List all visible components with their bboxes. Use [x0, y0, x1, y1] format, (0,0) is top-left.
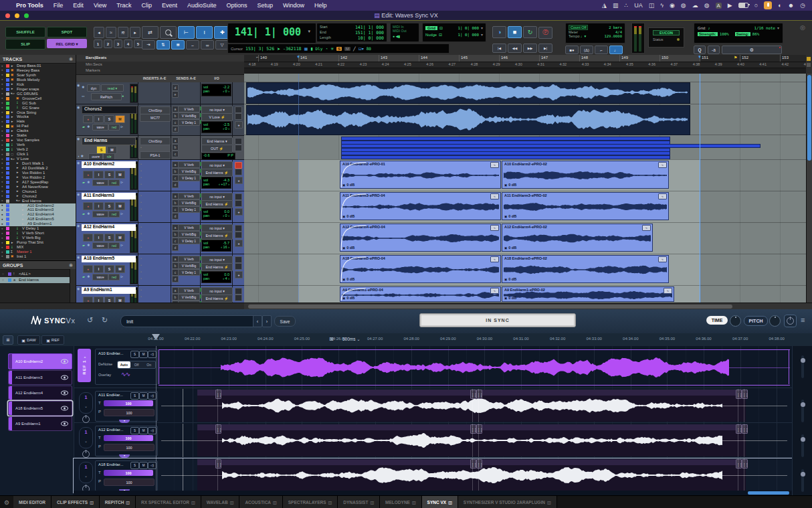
zoom-preset-1[interactable]: 1 [94, 39, 102, 48]
lane-group-selector[interactable]: 1⌄ [79, 392, 93, 414]
empty-insert-dot[interactable]: • [140, 214, 142, 218]
go-to-end-button[interactable]: ▶| [538, 44, 552, 53]
plugin-time-10[interactable]: 04:31.00 [513, 337, 528, 341]
send-chip[interactable]: V Verb [178, 224, 200, 231]
loop-playback-button[interactable]: ∞ [201, 40, 214, 50]
empty-insert-dot[interactable]: • [140, 193, 142, 197]
settings-dropdown[interactable]: ⚙ [722, 46, 782, 54]
sidebar-track-deep-bass-01[interactable]: ●►Deep Bass.01 [0, 64, 76, 68]
bar-label-141[interactable]: 141 [300, 56, 307, 60]
send-slot[interactable]: c [172, 151, 179, 157]
bottom-tab-dynassist[interactable]: DYNASSIST◫ [338, 496, 380, 508]
sidebar-track-wocka[interactable]: ●►Wocka [0, 114, 76, 119]
time-label-4-32[interactable]: 4:32 [559, 62, 567, 66]
clip-gain-badge[interactable]: ▣0 dB [504, 296, 516, 300]
plugin-sidebar-track-a12-endharm4[interactable]: A12 EndHarm4 [8, 386, 72, 400]
plugin-time-12[interactable]: 04:33.00 [587, 337, 602, 341]
menu-item-view[interactable]: View [94, 2, 106, 9]
bar-label-150[interactable]: 150 [662, 56, 668, 60]
sync-handle-mid-1[interactable]: ⋮⋮ [470, 459, 476, 469]
mute-button[interactable]: M [115, 202, 125, 210]
mute-button[interactable]: M [115, 171, 125, 179]
time-label-4-31[interactable]: 4:31 [537, 62, 544, 66]
send-chip[interactable]: V Delay 1 [178, 119, 200, 126]
send-chip[interactable]: V VerbBig [178, 199, 200, 206]
freeze-icon[interactable]: ⊳ [120, 243, 123, 247]
selector-tool[interactable]: I [196, 26, 213, 39]
sync-handle-left[interactable]: ⋮⋮ [215, 424, 221, 434]
card-expand-tab[interactable]: ▾ [119, 454, 130, 458]
preset-name[interactable]: Init [126, 319, 133, 325]
group-item--all-[interactable]: ○!<ALL> [0, 271, 70, 277]
time-label-4-34[interactable]: 4:34 [604, 62, 611, 66]
bottom-tab-synthesizer-v-studio-2araplugin[interactable]: SYNTHESIZER V STUDIO 2ARAPLUGIN◫ [458, 496, 557, 508]
insertion-button[interactable]: ▽ [215, 40, 229, 50]
sidebar-track-v-verb-big[interactable]: ●↧V Verb Big [0, 236, 76, 240]
menu-item-pro-tools[interactable]: Pro Tools [16, 2, 43, 9]
sidebar-track-v-verb-short[interactable]: ●↧V Verb Short [0, 231, 76, 236]
output-path-chip[interactable]: End Harms ⚡ [201, 232, 233, 240]
main-counter-lcd[interactable]: 141| 1| 000 ▾ [227, 23, 316, 44]
playback-icon[interactable]: ▶ [728, 2, 732, 9]
timeline-ruler[interactable]: 1401411421431441451461471481491501511521… [244, 55, 806, 74]
app-icon-1[interactable]: ◮ [602, 2, 607, 9]
track-collapse-icon[interactable]: ◉ [77, 161, 80, 165]
app-icon-2[interactable]: ▥ [613, 2, 619, 9]
screen-icon[interactable]: ◐ [778, 2, 781, 9]
quantize-button[interactable]: Q [694, 46, 706, 54]
pitch-toggle[interactable]: PITCH [744, 316, 768, 326]
insert-chip[interactable]: ChnlStrp [140, 137, 171, 145]
nudge-dropdown-icon[interactable]: ▾ [481, 32, 483, 37]
lane-group-selector[interactable]: 1⌄ [79, 462, 93, 483]
time-toggle[interactable]: TIME [706, 316, 728, 325]
sidebar-track-vox-riddim-2[interactable]: ●►Vox Riddim 2 [0, 175, 76, 180]
output-path-chip[interactable]: V Love ⚡ [201, 113, 233, 121]
zoom-preset-4[interactable]: 4 [124, 39, 132, 48]
plugin-time-4[interactable]: 04:25.00 [294, 337, 310, 341]
fast-forward-button[interactable]: ▶▶ [523, 44, 537, 53]
plugin-time-8[interactable]: 04:29.00 [440, 337, 455, 341]
nudge-label[interactable]: Nudge [425, 33, 437, 37]
volume-pan-lcd[interactable]: vol-5.7pan‹ 16 › [201, 240, 231, 252]
strength-label[interactable]: Strength: [698, 32, 718, 36]
empty-insert-dot[interactable]: • [140, 245, 142, 249]
plugin-time-1[interactable]: 04:22.00 [185, 337, 200, 341]
automation-mode-chip[interactable]: red [108, 211, 120, 218]
empty-insert-dot[interactable]: • [140, 288, 142, 292]
time-label-4-42[interactable]: 4:42 [781, 62, 789, 66]
empty-insert-dot[interactable]: • [140, 270, 142, 274]
sidebar-track-reecey-bass[interactable]: ●▣Reecey Bass [0, 68, 76, 73]
mode-shuffle[interactable]: SHUFFLE [5, 27, 45, 37]
time-knob[interactable] [730, 315, 741, 327]
tempo-ruler-button[interactable]: ⌐ [595, 46, 608, 54]
plugin-time-0[interactable]: 04:21.00 [148, 337, 163, 341]
send-slot[interactable]: d [172, 276, 179, 282]
sidebar-track-gc-drums[interactable]: ●▾▱GC DRUMS [0, 92, 76, 96]
time-label-4-19[interactable]: 4:19 [271, 62, 278, 66]
lane-zoom-slider[interactable] [801, 434, 804, 457]
time-label-4-40[interactable]: 4:40 [737, 62, 744, 66]
count-off-label[interactable]: Count Off [569, 25, 588, 30]
send-chip[interactable]: V Delay 1 [178, 175, 200, 181]
slider-knob[interactable] [801, 437, 805, 442]
tempo-label[interactable]: Tempo ♩▾ [569, 34, 586, 38]
group-enable-icon[interactable]: ○ [2, 278, 4, 282]
add-lane-button[interactable]: + [235, 177, 243, 184]
target-lane-2[interactable]: ⋮⋮⋮⋮⋮⋮⋮⋮⋮⋮ [156, 458, 792, 492]
send-chip[interactable]: V Verb [178, 287, 200, 294]
track-collapse-icon[interactable]: ◉ [77, 286, 80, 290]
edit-track-row-end-harms[interactable]: ◉End HarmsSM◗ ✱over▾rd▾ChnlStrp•PSA-1abc… [76, 136, 244, 160]
loop-play-button[interactable]: ↻ [523, 26, 537, 38]
track-visibility-eye-icon[interactable] [61, 359, 68, 364]
timebase-icon[interactable]: ▰ [82, 243, 85, 247]
folder-track-name[interactable]: End Harms [82, 137, 136, 145]
bottom-tab-melodyne[interactable]: MELODYNE◫ [380, 496, 422, 508]
mini-button[interactable] [235, 263, 242, 270]
lane-power-icon[interactable] [82, 416, 90, 423]
edit-track-row-a11-endharm3[interactable]: ◉A11 EndHarm3●ISM▰✱wavered⊳••••aV VerbbV… [76, 191, 244, 223]
sidebar-track-inst-1[interactable]: ●▣Inst 1 [0, 254, 76, 259]
sidebar-track-verb-2[interactable]: ●↧Verb 2 [0, 147, 76, 152]
playlist-chip[interactable]: over▾ [88, 153, 103, 160]
nudge-icon[interactable]: ⊡ [439, 33, 442, 37]
add-lane-button[interactable]: + [235, 208, 243, 216]
